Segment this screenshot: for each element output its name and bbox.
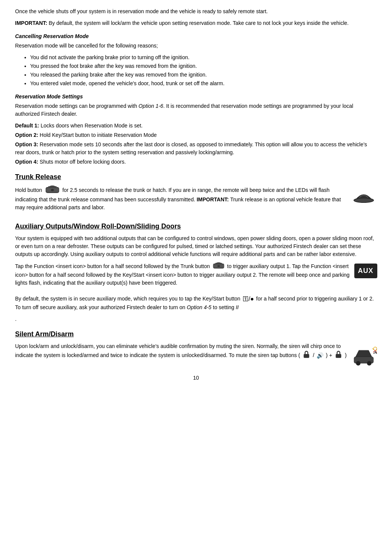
aux-trunk-icon	[213, 262, 225, 271]
aux-setting-italic: II	[236, 304, 239, 310]
auxiliary-para2-section: Tap the Function <insert icon> button fo…	[15, 262, 377, 291]
silent-text-block: Upon lock/arm and unlock/disarm, you can…	[15, 342, 347, 365]
silent-section: Upon lock/arm and unlock/disarm, you can…	[15, 342, 377, 366]
trunk-heading: Trunk Release	[15, 172, 377, 182]
list-item: You did not activate the parking brake p…	[30, 54, 377, 61]
svg-point-10	[217, 265, 220, 267]
settings-heading: Reservation Mode Settings	[15, 93, 377, 101]
cancelling-heading: Cancelling Reservation Mode	[15, 32, 377, 40]
aux-badge-label: AUX	[354, 264, 377, 278]
silent-button-combo: ( / 🔊 ) + )	[298, 352, 346, 358]
option-3-text: Reservation mode sets 10 seconds after t…	[15, 141, 367, 155]
svg-point-15	[367, 361, 372, 365]
svg-point-4	[51, 189, 54, 191]
key-start-icon: ⚿/●	[243, 294, 254, 304]
list-item: You entered valet mode, opened the vehic…	[30, 80, 377, 87]
svg-point-5	[354, 198, 374, 202]
intro-para2: IMPORTANT: By default, the system will l…	[15, 19, 377, 27]
option-4-label: Option 4:	[15, 159, 38, 165]
page-number: 10	[15, 374, 377, 382]
intro-para2-content: By default, the system will lock/arm the…	[47, 20, 349, 26]
settings-intro: Reservation mode settings can be program…	[15, 102, 377, 118]
aux-para3-prefix: By default, the system is in secure auxi…	[15, 296, 242, 302]
svg-rect-11	[304, 354, 309, 358]
option-2-label: Option 2:	[15, 132, 38, 138]
auxiliary-heading: Auxiliary Outputs/Window Roll-Down/Slidi…	[15, 221, 377, 231]
auxiliary-para2: Tap the Function <insert icon> button fo…	[15, 262, 351, 287]
svg-rect-2	[48, 186, 57, 188]
trunk-important-text: Trunk release is an optional vehicle fea…	[15, 196, 341, 210]
options-block: Default 1: Locks doors when Reservation …	[15, 122, 377, 166]
lock-icon	[302, 350, 311, 361]
svg-rect-8	[215, 263, 222, 264]
settings-intro-prefix: Reservation mode settings can be program…	[15, 103, 139, 109]
option-4: Option 4: Shuts motor off before locking…	[15, 158, 377, 166]
option-1: Default 1: Locks doors when Reservation …	[15, 122, 377, 130]
lock2-icon	[334, 350, 343, 361]
speaker-icon: 🔊	[317, 351, 324, 360]
cancelling-intro: Reservation mode will be cancelled for t…	[15, 42, 377, 50]
svg-rect-12	[336, 354, 341, 358]
svg-text:📯: 📯	[372, 346, 377, 354]
option-2: Option 2: Hold Key/Start button to initi…	[15, 131, 377, 139]
list-item: You pressed the foot brake after the key…	[30, 62, 377, 70]
auxiliary-para1: Your system is equipped with two additio…	[15, 235, 377, 258]
option-1-text: Locks doors when Reservation Mode is set…	[39, 123, 143, 129]
auxiliary-para3: By default, the system is in secure auxi…	[15, 294, 377, 311]
silent-image: 📯	[347, 342, 377, 366]
silent-para: Upon lock/arm and unlock/disarm, you can…	[15, 342, 347, 361]
aux-option-label: Option 4-5	[187, 304, 211, 310]
silent-heading: Silent Arm/Disarm	[15, 329, 377, 339]
trunk-hat-image	[347, 185, 377, 205]
important-label: IMPORTANT:	[15, 20, 47, 26]
trunk-text-block: Hold button for 2.5 seconds to release t…	[15, 185, 347, 215]
option-3: Option 3: Reservation mode sets 10 secon…	[15, 141, 377, 156]
settings-option-label: Option 1-6	[139, 103, 163, 109]
aux-period: .	[15, 315, 377, 323]
trunk-section: Hold button for 2.5 seconds to release t…	[15, 185, 377, 215]
list-item: You released the parking brake after the…	[30, 71, 377, 79]
option-1-label: Default 1:	[15, 123, 39, 129]
intro-para1: Once the vehicle shuts off your system i…	[15, 8, 377, 15]
option-2-text: Hold Key/Start button to initiate Reserv…	[38, 132, 156, 138]
trunk-button-icon	[45, 185, 60, 196]
option-3-label: Option 3:	[15, 141, 38, 147]
trunk-para: Hold button for 2.5 seconds to release t…	[15, 185, 347, 212]
silent-text: Upon lock/arm and unlock/disarm, you can…	[15, 343, 341, 358]
trunk-important-label: IMPORTANT:	[197, 196, 229, 202]
aux-option-suffix: to setting	[211, 304, 236, 310]
aux-badge-container: AUX	[351, 262, 377, 278]
auxiliary-para2-text: Tap the Function <insert icon> button fo…	[15, 262, 351, 291]
cancelling-bullets: You did not activate the parking brake p…	[30, 54, 377, 87]
option-4-text: Shuts motor off before locking doors.	[38, 159, 126, 165]
svg-point-14	[356, 361, 360, 365]
